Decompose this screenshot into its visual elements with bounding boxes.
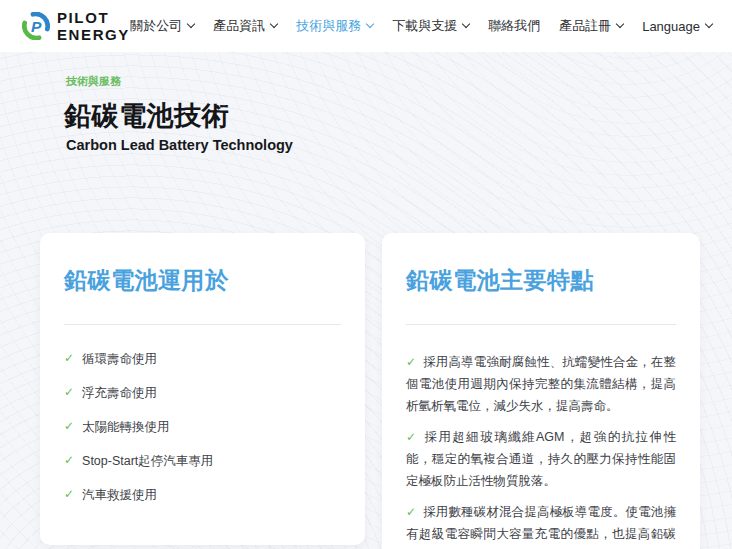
check-icon: ✓ [406, 430, 418, 444]
chevron-down-icon [366, 20, 374, 28]
cards-row: 鉛碳電池運用於 ✓ 循環壽命使用 ✓ 浮充壽命使用 ✓ 太陽能轉換使用 ✓ St… [40, 233, 700, 549]
nav-label: 聯絡我們 [488, 17, 540, 35]
main-content: 技術與服務 鉛碳電池技術 Carbon Lead Battery Technol… [0, 52, 732, 549]
pilot-energy-logo-icon: P [22, 12, 50, 40]
list-item: ✓ 太陽能轉換使用 [64, 419, 341, 436]
nav-item-contact[interactable]: 聯絡我們 [488, 17, 540, 35]
page-title: 鉛碳電池技術 [64, 98, 732, 134]
feature-text: 採用高導電強耐腐蝕性、抗蠕變性合金，在整個電池使用週期內保持完整的集流體結構，提… [406, 355, 676, 413]
applications-list: ✓ 循環壽命使用 ✓ 浮充壽命使用 ✓ 太陽能轉換使用 ✓ Stop-Start… [64, 351, 341, 535]
logo[interactable]: P PILOT ENERGY [22, 9, 130, 43]
site-header: P PILOT ENERGY 關於公司 產品資訊 技術與服務 下載與支援 聯絡我… [0, 0, 732, 52]
check-icon: ✓ [64, 351, 74, 367]
feature-paragraph: ✓採用超細玻璃纖維AGM，超強的抗拉伸性能，穩定的氧複合通道，持久的壓力保持性能… [406, 426, 676, 492]
check-icon: ✓ [64, 419, 74, 435]
check-icon: ✓ [64, 385, 74, 401]
list-item-label: 循環壽命使用 [82, 351, 157, 368]
nav-label: 產品註冊 [559, 17, 611, 35]
list-item-label: 太陽能轉換使用 [82, 419, 170, 436]
divider [406, 324, 676, 325]
list-item: ✓ 循環壽命使用 [64, 351, 341, 368]
check-icon: ✓ [406, 355, 416, 369]
nav-label: 技術與服務 [296, 17, 361, 35]
nav-label: 關於公司 [130, 17, 182, 35]
nav-item-language[interactable]: Language [642, 19, 712, 34]
chevron-down-icon [270, 20, 278, 28]
card-applications: 鉛碳電池運用於 ✓ 循環壽命使用 ✓ 浮充壽命使用 ✓ 太陽能轉換使用 ✓ St… [40, 233, 365, 545]
nav-item-about[interactable]: 關於公司 [130, 17, 194, 35]
chevron-down-icon [462, 20, 470, 28]
nav-item-products[interactable]: 產品資訊 [213, 17, 277, 35]
nav-item-product-registration[interactable]: 產品註冊 [559, 17, 623, 35]
list-item-label: Stop-Start起停汽車專用 [82, 453, 213, 470]
features-list: ✓採用高導電強耐腐蝕性、抗蠕變性合金，在整個電池使用週期內保持完整的集流體結構，… [406, 351, 676, 549]
logo-letter: P [31, 18, 42, 35]
list-item-label: 汽車救援使用 [82, 487, 157, 504]
breadcrumb: 技術與服務 [66, 74, 732, 89]
list-item-label: 浮充壽命使用 [82, 385, 157, 402]
feature-paragraph: ✓採用數種碳材混合提高極板導電度。使電池擁有超級電容瞬間大容量充電的優點，也提高… [406, 501, 676, 549]
feature-text: 採用超細玻璃纖維AGM，超強的抗拉伸性能，穩定的氧複合通道，持久的壓力保持性能固… [406, 430, 676, 488]
nav-label: 下載與支援 [392, 17, 457, 35]
list-item: ✓ 浮充壽命使用 [64, 385, 341, 402]
nav-label: 產品資訊 [213, 17, 265, 35]
chevron-down-icon [616, 20, 624, 28]
check-icon: ✓ [406, 505, 416, 519]
card-features-title: 鉛碳電池主要特點 [406, 265, 676, 296]
chevron-down-icon [187, 20, 195, 28]
nav-item-downloads-support[interactable]: 下載與支援 [392, 17, 469, 35]
check-icon: ✓ [64, 453, 74, 469]
list-item: ✓ 汽車救援使用 [64, 487, 341, 504]
page-subtitle: Carbon Lead Battery Technology [66, 137, 732, 153]
list-item: ✓ Stop-Start起停汽車專用 [64, 453, 341, 470]
divider [64, 324, 341, 325]
nav-label: Language [642, 19, 700, 34]
card-applications-title: 鉛碳電池運用於 [64, 265, 341, 296]
chevron-down-icon [705, 20, 713, 28]
main-nav: 關於公司 產品資訊 技術與服務 下載與支援 聯絡我們 產品註冊 Language [130, 17, 712, 35]
card-features: 鉛碳電池主要特點 ✓採用高導電強耐腐蝕性、抗蠕變性合金，在整個電池使用週期內保持… [382, 233, 700, 549]
feature-paragraph: ✓採用高導電強耐腐蝕性、抗蠕變性合金，在整個電池使用週期內保持完整的集流體結構，… [406, 351, 676, 417]
nav-item-technology-services[interactable]: 技術與服務 [296, 17, 373, 35]
check-icon: ✓ [64, 487, 74, 503]
feature-text: 採用數種碳材混合提高極板導電度。使電池擁有超級電容瞬間大容量充電的優點，也提高鉛… [406, 505, 676, 549]
brand-name: PILOT ENERGY [57, 9, 130, 43]
